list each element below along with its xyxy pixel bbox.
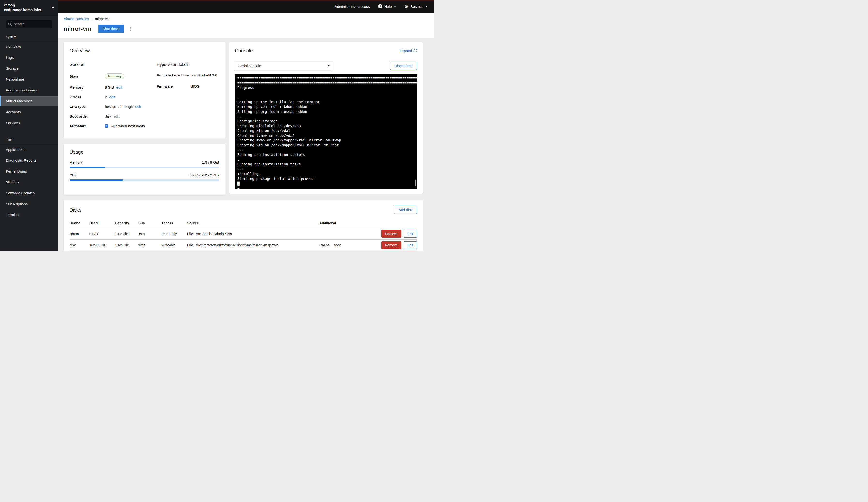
cpu-usage-bar	[70, 179, 219, 181]
breadcrumb-separator-icon: ›	[91, 17, 93, 21]
console-type-select[interactable]: Serial console	[235, 62, 333, 70]
memory-usage-bar	[70, 167, 219, 168]
disk-source-type: File	[187, 243, 193, 247]
memory-value: 8 GiB	[105, 85, 114, 89]
col-used: Used	[89, 221, 115, 225]
shut-down-button[interactable]: Shut down	[98, 25, 124, 33]
col-bus: Bus	[138, 221, 161, 225]
disk-source-path: /mnt/remoteWork/offline-ai/libvirt/vms/m…	[196, 243, 278, 247]
sidebar-item-services[interactable]: Services	[0, 117, 58, 128]
host-switcher[interactable]: kemo@ endurance.kemo.labs	[0, 0, 58, 16]
help-label: Help	[384, 4, 392, 9]
sidebar-item-terminal[interactable]: Terminal	[0, 209, 58, 220]
administrative-access-button[interactable]: Administrative access	[335, 4, 370, 9]
search-input[interactable]	[14, 22, 50, 26]
chevron-down-icon	[394, 6, 396, 8]
disk-device: disk	[70, 243, 89, 247]
remove-disk-button[interactable]: Remove	[381, 230, 401, 238]
expand-icon	[414, 49, 417, 52]
left-column: Overview General State Running Memory 8 …	[64, 42, 225, 195]
terminal-scrollbar[interactable]	[415, 180, 416, 186]
title-row: mirror-vm Shut down	[64, 25, 428, 33]
session-menu[interactable]: ⚙ Session	[404, 4, 428, 9]
console-card-title: Console	[235, 48, 252, 53]
sidebar-item-selinux[interactable]: SELinux	[0, 177, 58, 188]
disk-capacity: 1024 GiB	[115, 243, 138, 247]
remove-disk-button[interactable]: Remove	[381, 241, 401, 249]
vcpus-edit-link[interactable]: edit	[109, 95, 115, 99]
disk-capacity: 10.2 GiB	[115, 232, 138, 236]
sidebar-item-accounts[interactable]: Accounts	[0, 106, 58, 117]
disk-device: cdrom	[70, 232, 89, 236]
edit-disk-button[interactable]: Edit	[404, 241, 417, 249]
add-disk-button[interactable]: Add disk	[394, 206, 417, 214]
content: Overview General State Running Memory 8 …	[58, 38, 434, 251]
emulated-machine-value: pc-q35-rhel8.2.0	[190, 73, 219, 77]
sidebar-item-storage[interactable]: Storage	[0, 63, 58, 74]
right-column: Console Expand Serial console	[229, 42, 423, 195]
terminal-line	[237, 90, 413, 95]
sidebar-item-logs[interactable]: Logs	[0, 52, 58, 63]
sidebar-item-podman-containers[interactable]: Podman containers	[0, 85, 58, 96]
sidebar-nav: System Overview Logs Storage Networking …	[0, 30, 58, 220]
disks-card: Disks Add disk Device Used Capacity Bus …	[64, 200, 423, 251]
cpu-usage-label: CPU	[70, 173, 77, 177]
search-icon	[8, 22, 12, 26]
sidebar-search[interactable]	[6, 20, 52, 28]
firmware-label: Firmware	[157, 84, 190, 88]
terminal-line: Setting up org_fedora_oscap addon	[237, 109, 413, 114]
boot-order-edit-link[interactable]: edit	[114, 114, 120, 118]
sidebar-item-diagnostic-reports[interactable]: Diagnostic Reports	[0, 155, 58, 166]
host-label: kemo@ endurance.kemo.labs	[4, 3, 41, 12]
cpu-type-edit-link[interactable]: edit	[135, 105, 141, 109]
sidebar-item-overview[interactable]: Overview	[0, 41, 58, 52]
help-icon	[378, 4, 382, 9]
kebab-menu-icon[interactable]	[128, 25, 133, 32]
expand-label: Expand	[400, 49, 412, 53]
disk-cache-label: Cache	[319, 243, 330, 247]
breadcrumb-virtual-machines-link[interactable]: Virtual machines	[64, 17, 89, 21]
cpu-usage-value: 35.6% of 2 vCPUs	[189, 173, 219, 177]
boot-order-value: disk	[105, 114, 111, 118]
table-row: disk 1024.1 GiB 1024 GiB virtio Writeabl…	[70, 240, 417, 251]
col-additional: Additional	[319, 221, 374, 225]
terminal-line: Creating disklabel on /dev/vda	[237, 124, 413, 128]
cpu-usage-fill	[70, 179, 123, 181]
memory-label: Memory	[70, 85, 105, 89]
host-name: endurance.kemo.labs	[4, 8, 41, 12]
disconnect-button[interactable]: Disconnect	[390, 62, 417, 70]
memory-usage-label: Memory	[70, 160, 83, 164]
host-user: kemo@	[4, 3, 41, 8]
sidebar-item-kernel-dump[interactable]: Kernel Dump	[0, 166, 58, 177]
disk-bus: sata	[138, 232, 161, 236]
memory-usage-value: 1.9 / 8 GiB	[202, 160, 219, 164]
sidebar-item-subscriptions[interactable]: Subscriptions	[0, 198, 58, 209]
gear-icon: ⚙	[404, 4, 409, 9]
autostart-checkbox[interactable]	[105, 124, 108, 127]
terminal-line: .	[237, 95, 413, 100]
terminal-line: ...	[237, 148, 413, 153]
disk-source-path: /mnt/nfs-isos/rhel8.5.iso	[196, 232, 232, 236]
terminal-line: Creating xfs on /dev/mapper/rhel_mirror-…	[237, 143, 413, 148]
disk-bus: virtio	[138, 243, 161, 247]
terminal-line: Creating swap on /dev/mapper/rhel_mirror…	[237, 138, 413, 143]
overview-card-title: Overview	[70, 48, 219, 53]
edit-disk-button[interactable]: Edit	[404, 230, 417, 238]
sidebar-item-applications[interactable]: Applications	[0, 144, 58, 155]
col-source: Source	[187, 221, 319, 225]
memory-edit-link[interactable]: edit	[116, 85, 122, 89]
serial-console-output[interactable]: ========================================…	[235, 74, 417, 189]
terminal-line: Creating lvmpv on /dev/vda2	[237, 133, 413, 138]
console-expand-link[interactable]: Expand	[400, 49, 417, 53]
chevron-down-icon	[52, 7, 54, 9]
nav-section-tools: Tools	[0, 138, 58, 144]
page-title: mirror-vm	[64, 25, 91, 33]
masthead: Administrative access Help ⚙ Session	[58, 0, 434, 13]
sidebar-item-networking[interactable]: Networking	[0, 74, 58, 85]
usage-card: Usage Memory 1.9 / 8 GiB CPU 35.6% of 2 …	[64, 144, 225, 195]
help-menu[interactable]: Help	[378, 4, 396, 9]
sidebar-item-virtual-machines[interactable]: Virtual Machines	[0, 96, 58, 106]
memory-usage-fill	[70, 167, 105, 168]
sidebar-item-software-updates[interactable]: Software Updates	[0, 188, 58, 198]
general-heading: General	[70, 62, 157, 67]
